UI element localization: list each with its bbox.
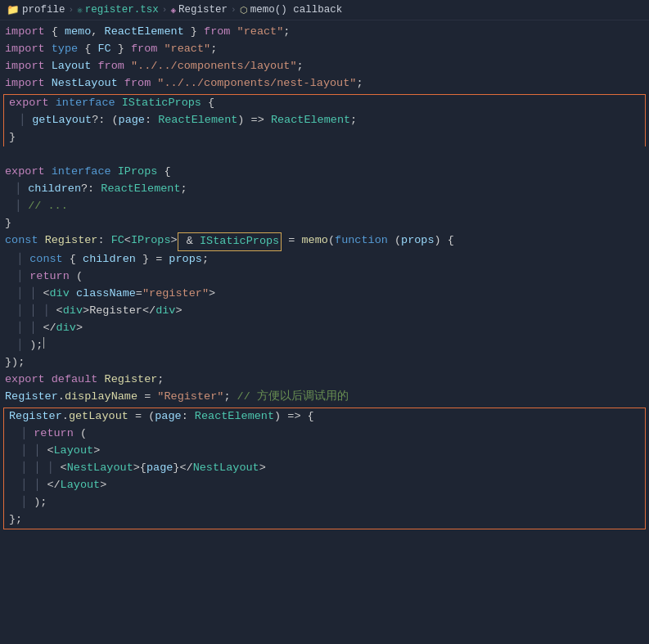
code-line: │ │ │ <NestLayout>{page}</NestLayout> [4,460,645,477]
folder-icon: 📁 [7,3,20,16]
code-line: │ │ │ <div>Register</div> [0,303,649,320]
code-line: │ getLayout?: (page: ReactElement) => Re… [4,112,645,129]
code-line: } [4,129,645,146]
code-line: }; [4,511,645,529]
breadcrumb-folder[interactable]: 📁 profile [7,3,65,16]
code-line: │ return ( [4,426,645,443]
code-line: │ const { children } = props; [0,251,649,268]
code-line: │ // ... [0,198,649,215]
getlayout-block: Register.getLayout = (page: ReactElement… [3,408,646,529]
breadcrumb-fn-label: memo() callback [250,4,343,16]
fn-icon: ⬡ [240,5,248,16]
editor-container: 📁 profile › ⚛ register.tsx › ◈ Register … [0,0,649,644]
breadcrumb: 📁 profile › ⚛ register.tsx › ◈ Register … [0,0,649,20]
breadcrumb-fn[interactable]: ⬡ memo() callback [240,4,343,16]
code-line: import { memo, ReactElement } from "reac… [0,24,649,41]
code-line: Register.getLayout = (page: ReactElement… [4,408,645,426]
code-line: Register.displayName = "Register"; // 方便… [0,389,649,406]
breadcrumb-component[interactable]: ◈ Register [170,4,228,16]
code-line: │ ); [4,494,645,511]
breadcrumb-tsx[interactable]: ⚛ register.tsx [77,4,159,16]
code-line: │ │ <div className="register"> [0,286,649,303]
code-line: export default Register; [0,372,649,389]
code-line: export interface IProps { [0,164,649,181]
code-line: } [0,215,649,232]
keyword: import [5,24,45,41]
breadcrumb-sep-1: › [69,5,74,15]
breadcrumb-component-label: Register [178,4,228,16]
code-line: export interface IStaticProps { [4,95,645,112]
code-line: │ │ </div> [0,320,649,337]
code-line: │ return ( [0,268,649,286]
breadcrumb-sep-2: › [162,5,168,15]
code-line-empty [0,146,649,164]
code-line: import NestLayout from "../../components… [0,75,649,92]
code-line: │ children?: ReactElement; [0,181,649,198]
component-icon: ◈ [170,5,176,16]
inline-box: & IStaticProps [178,232,282,251]
breadcrumb-tsx-label: register.tsx [85,4,159,16]
tsx-icon: ⚛ [77,5,83,16]
interface-block-1: export interface IStaticProps { │ getLay… [3,94,646,146]
code-line: import Layout from "../../components/lay… [0,58,649,75]
code-line: │ ); [0,337,649,354]
breadcrumb-folder-label: profile [22,4,65,16]
breadcrumb-sep-3: › [231,5,237,15]
code-line: }); [0,354,649,372]
code-line: │ │ </Layout> [4,477,645,494]
code-line: │ │ <Layout> [4,443,645,460]
code-area: import { memo, ReactElement } from "reac… [0,20,649,534]
code-line: import type { FC } from "react"; [0,41,649,58]
text-cursor [43,337,44,349]
code-line: const Register: FC<IProps> & IStaticProp… [0,232,649,251]
